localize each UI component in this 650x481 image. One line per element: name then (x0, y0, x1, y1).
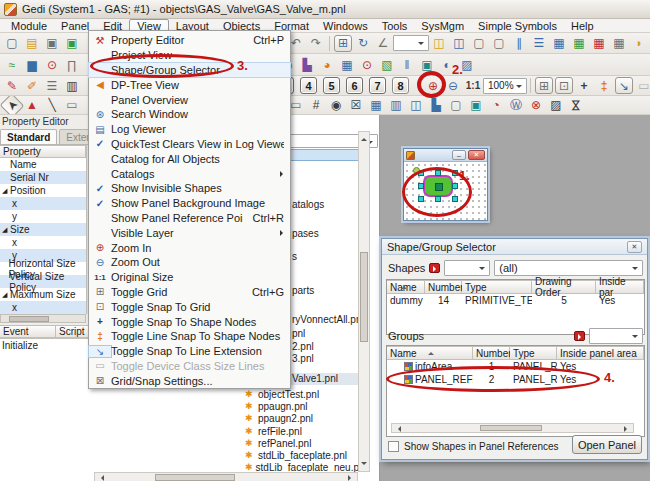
rectangle-tool-icon[interactable]: ▭ (63, 97, 81, 114)
rotate-icon[interactable]: ↻ (354, 35, 372, 52)
skew-icon[interactable]: ∠ (374, 35, 392, 52)
property-scrollbar-horizontal[interactable] (0, 314, 86, 323)
property-row[interactable]: Vertical Size Policy (0, 275, 86, 288)
combo-widget-icon[interactable]: ◫ (407, 97, 425, 114)
tree-file-row[interactable]: ✱objectTest.pnl (92, 388, 358, 400)
property-row[interactable]: ◢Position (0, 184, 86, 197)
pie-widget-icon[interactable]: ◕ (318, 56, 336, 73)
select-region-alt-icon[interactable]: ▢ (490, 35, 508, 52)
menu-tools[interactable]: Tools (375, 19, 415, 32)
property-row[interactable]: ◢Maximum Size (0, 288, 86, 301)
trend-icon[interactable]: ≈ (3, 56, 21, 73)
original-size-icon[interactable]: 1:1 (464, 77, 482, 94)
bar-chart-icon[interactable]: ▆ (23, 56, 41, 73)
pump-icon[interactable]: ∏ (63, 56, 81, 73)
pencil-icon[interactable]: ✎ (3, 77, 21, 94)
shapes-name-combo[interactable] (444, 260, 490, 276)
menu-item-catalogs[interactable]: Catalogs (89, 166, 290, 181)
property-row[interactable]: x (0, 236, 86, 249)
tree-file-row[interactable]: ✱stdLib_faceplate.pnl (92, 449, 358, 461)
menu-item-toggle-snap-grid[interactable]: ⊡Toggle Snap To Grid (89, 299, 290, 314)
menu-item-original-size[interactable]: 1:1Original Size (89, 270, 290, 285)
barcode-widget-icon[interactable]: ▨ (547, 97, 565, 114)
property-row[interactable]: Name (0, 158, 86, 171)
brush-icon[interactable]: ✐ (23, 77, 41, 94)
shapes-filter-icon[interactable] (429, 263, 440, 273)
menu-item-show-invisible-shapes[interactable]: ✓Show Invisible Shapes (89, 181, 290, 196)
tab-standard[interactable]: Standard (0, 129, 57, 144)
toggle-grid-button[interactable]: ⊞ (535, 77, 553, 94)
panel-widget-icon[interactable]: ▦ (338, 56, 356, 73)
menu-item-show-panel-background[interactable]: ✓Show Panel Background Image (89, 196, 290, 211)
table-disable-icon[interactable]: ▦ (610, 35, 628, 52)
groups-filter-icon[interactable] (574, 331, 585, 341)
menu-item-catalog-all-objects[interactable]: Catalog for All Objects (89, 151, 290, 166)
select-region-icon[interactable]: ▢ (470, 35, 488, 52)
snap-line-extension-button[interactable]: ↘ (615, 77, 633, 94)
layer-6-button[interactable]: 6 (346, 77, 363, 94)
menu-item-zoom-out[interactable]: ⊖Zoom Out (89, 255, 290, 270)
save-icon[interactable]: ▣ (43, 35, 61, 52)
grid-toggle-button[interactable]: ⊞ (334, 35, 352, 52)
menu-item-snap-line-extension[interactable]: ↘Toggle Snap To Line Extension (89, 344, 290, 359)
menu-windows[interactable]: Windows (316, 19, 375, 32)
picture-widget-icon[interactable]: ▧ (378, 56, 396, 73)
new-panel-icon[interactable]: ▢ (3, 35, 21, 52)
show-shapes-checkbox[interactable] (388, 441, 399, 452)
clock-widget-icon[interactable]: ⊙ (358, 56, 376, 73)
bars-widget-icon[interactable]: ▙ (427, 97, 445, 114)
menu-item-search-window[interactable]: ⊛Search Window (89, 107, 290, 122)
groups-scrollbar-horizontal[interactable] (391, 423, 634, 433)
display-icon[interactable]: ▥ (63, 77, 81, 94)
layer-5-button[interactable]: 5 (323, 77, 340, 94)
redo-icon[interactable]: ↷ (307, 35, 325, 52)
menu-item-visible-layer[interactable]: Visible Layer (89, 225, 290, 240)
property-row[interactable]: y (0, 210, 86, 223)
col-number[interactable]: Number (473, 346, 510, 360)
tree-file-row[interactable]: ✱refPanel.pnl (92, 437, 358, 449)
zoom-level-combo[interactable]: 100% (483, 78, 527, 94)
select-cursor-button[interactable]: ➤ (0, 96, 24, 115)
document-widget-icon[interactable]: ▢ (447, 97, 465, 114)
menu-item-quicktest-clears[interactable]: ✓QuickTest Clears View in Log Viewer (89, 137, 290, 152)
table-widget-icon[interactable]: ▦ (367, 97, 385, 114)
menu-sysmgm[interactable]: SysMgm (414, 19, 471, 32)
col-name[interactable]: Name (387, 346, 473, 360)
zoom-out-icon[interactable]: ⊖ (444, 77, 462, 94)
snap-to-grid-button[interactable]: ⊡ (555, 77, 573, 94)
menu-item-panel-overview[interactable]: Panel Overview (89, 92, 290, 107)
open-panel-button[interactable]: Open Panel (572, 435, 642, 454)
open-panel-icon[interactable]: ▤ (23, 35, 41, 52)
save-as-icon[interactable]: ▣ (63, 35, 81, 52)
alarm-bell-icon[interactable]: ◗ (630, 35, 648, 52)
cells-widget-icon[interactable]: ▥ (387, 97, 405, 114)
menu-item-snap-shape-nodes[interactable]: +Toggle Snap To Shape Nodes (89, 314, 290, 329)
col-inside-panel[interactable]: Inside par (596, 280, 644, 294)
property-row[interactable]: ◢Size (0, 223, 86, 236)
shapes-icon[interactable]: ▲ (23, 97, 41, 114)
col-name[interactable]: Name (387, 280, 425, 294)
close-button[interactable]: ✕ (468, 150, 485, 160)
property-row[interactable]: x (0, 301, 86, 314)
menu-item-toggle-grid[interactable]: ⊞Toggle GridCtrl+G (89, 285, 290, 300)
radio-widget-icon[interactable]: ◉ (327, 97, 345, 114)
property-row[interactable]: x (0, 197, 86, 210)
col-type[interactable]: Type (510, 346, 557, 360)
col-drawing-order[interactable]: Drawing Order (532, 280, 596, 294)
clock-icon[interactable]: ⊙ (43, 56, 61, 73)
line-snap-nodes-icon[interactable]: ‡ (595, 77, 613, 94)
col-number[interactable]: Number (425, 280, 462, 294)
layer-7-button[interactable]: 7 (369, 77, 386, 94)
menu-item-property-editor[interactable]: ⚒Property EditorCtrl+P (89, 33, 290, 48)
menu-item-zoom-in[interactable]: ⊕Zoom In (89, 240, 290, 255)
number-widget-icon[interactable]: # (307, 97, 325, 114)
grid-cells-icon[interactable]: ▦ (550, 35, 568, 52)
col-inside-panel-area[interactable]: Inside panel area (557, 346, 644, 360)
rows-icon[interactable]: ☰ (530, 35, 548, 52)
vw-logo-icon[interactable]: Ⓦ (507, 97, 525, 114)
style-combo[interactable] (393, 35, 429, 51)
groups-name-combo[interactable] (589, 328, 643, 344)
layer-4-button[interactable]: 4 (300, 77, 317, 94)
layer-8-button[interactable]: 8 (392, 77, 409, 94)
menu-module[interactable]: Module (4, 19, 54, 32)
